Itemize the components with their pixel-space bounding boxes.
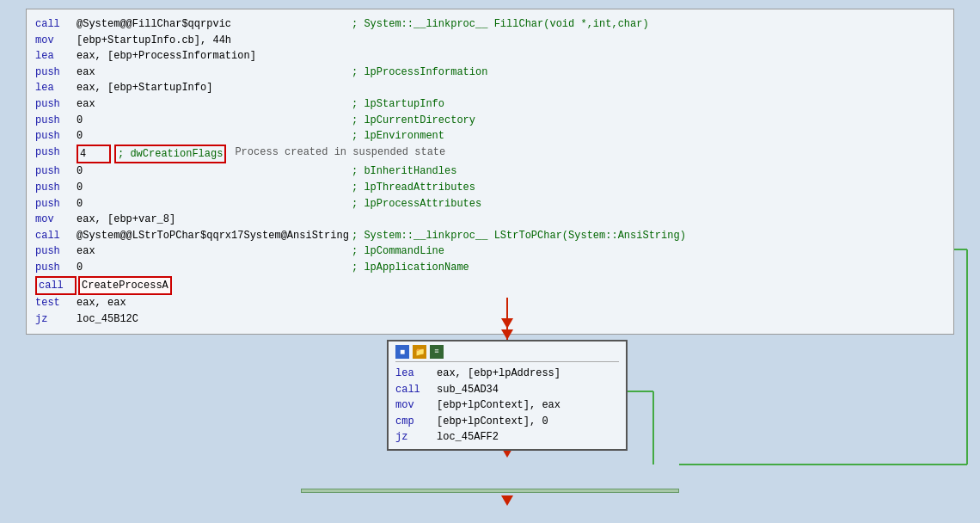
op-7: push <box>35 113 77 129</box>
op-18: test <box>35 295 77 311</box>
code-line-13: mov eax, [ebp+var_8] <box>35 212 945 228</box>
code-line-12: push 0 ; lpProcessAttributes <box>35 196 945 212</box>
arg2-16: ; lpApplicationName <box>352 260 469 276</box>
sub-arg-5: loc_45AFF2 <box>437 429 609 446</box>
arg1-3: eax, [ebp+ProcessInformation] <box>77 48 352 65</box>
code-line-8: push 0 ; lpEnvironment <box>35 128 945 145</box>
code-line-18: test eax, eax <box>35 295 945 311</box>
arg1-12: 0 <box>77 196 352 212</box>
arg2-14: ; System::__linkproc__ LStrToPChar(Syste… <box>352 228 686 244</box>
highlighted-arg-9: 4 <box>77 145 111 164</box>
bottom-green-bar <box>301 489 679 493</box>
code-line-17: call CreateProcessA <box>35 276 945 296</box>
sub-op-5: jz <box>395 429 437 446</box>
code-line-3: lea eax, [ebp+ProcessInformation] <box>35 48 945 65</box>
code-line-6: push eax ; lpStartupInfo <box>35 96 945 113</box>
op-2: mov <box>35 33 77 49</box>
bottom-arrow <box>501 495 513 506</box>
op-10: push <box>35 163 77 180</box>
op-11: push <box>35 180 77 196</box>
blue-icon: ■ <box>395 345 409 359</box>
arg1-7: 0 <box>77 113 352 129</box>
sub-arg-3: [ebp+lpContext], eax <box>437 397 609 414</box>
sub-line-1: lea eax, [ebp+lpAddress] <box>395 366 619 382</box>
arg1-6: eax <box>77 96 352 113</box>
arg2-11: ; lpThreadAttributes <box>352 180 475 196</box>
sub-op-1: lea <box>395 366 437 382</box>
arg1-2: [ebp+StartupInfo.cb], 44h <box>77 33 352 49</box>
arg1-14: @System@@LStrToPChar$qqrx17System@AnsiSt… <box>77 228 352 244</box>
sub-arg-4: [ebp+lpContext], 0 <box>437 414 609 430</box>
arg2-10: ; bInheritHandles <box>352 163 456 180</box>
code-line-16: push 0 ; lpApplicationName <box>35 260 945 276</box>
op-19: jz <box>35 311 77 328</box>
arg1-4: eax <box>77 65 352 81</box>
arg1-19: loc_45B12C <box>77 311 352 328</box>
arg1-5: eax, [ebp+StartupInfo] <box>77 80 352 96</box>
code-line-11: push 0 ; lpThreadAttributes <box>35 180 945 196</box>
op-16: push <box>35 260 77 276</box>
sub-arg-2: sub_45AD34 <box>437 382 609 398</box>
op-14: call <box>35 228 77 244</box>
sub-block-header: ■ 📁 ≡ <box>395 345 619 362</box>
op-13: mov <box>35 212 77 228</box>
arg1-10: 0 <box>77 163 352 180</box>
code-line-1: call @System@@FillChar$qqrpvic ; System:… <box>35 16 945 33</box>
sub-line-5: jz loc_45AFF2 <box>395 429 619 446</box>
code-line-19: jz loc_45B12C <box>35 311 945 328</box>
arg2-15: ; lpCommandLine <box>352 243 444 260</box>
arg1-15: eax <box>77 243 352 260</box>
sub-op-3: mov <box>395 397 437 414</box>
sub-op-2: call <box>395 382 437 398</box>
code-line-2: mov [ebp+StartupInfo.cb], 44h <box>35 33 945 49</box>
code-line-10: push 0 ; bInheritHandles <box>35 163 945 180</box>
code-line-4: push eax ; lpProcessInformation <box>35 65 945 81</box>
op-6: push <box>35 96 77 113</box>
arg1-18: eax, eax <box>77 295 352 311</box>
arg2-1: ; System::__linkproc__ FillChar(void *,i… <box>352 16 649 33</box>
code-line-5: lea eax, [ebp+StartupInfo] <box>35 80 945 96</box>
op-1: call <box>35 16 77 33</box>
arg1-8: 0 <box>77 128 352 145</box>
arg2-8: ; lpEnvironment <box>352 128 444 145</box>
arg2-6: ; lpStartupInfo <box>352 96 444 113</box>
op-4: push <box>35 65 77 81</box>
inline-comment-9: Process created in suspended state <box>235 145 445 164</box>
op-9: push <box>35 145 77 164</box>
code-line-7: push 0 ; lpCurrentDirectory <box>35 113 945 129</box>
highlighted-comment-9: ; dwCreationFlags <box>114 145 226 164</box>
list-icon: ≡ <box>430 345 444 359</box>
sub-arg-1: eax, [ebp+lpAddress] <box>437 366 609 382</box>
arg2-4: ; lpProcessInformation <box>352 65 487 81</box>
highlighted-arg-17: CreateProcessA <box>78 276 172 296</box>
arg2-12: ; lpProcessAttributes <box>352 196 481 212</box>
arg1-11: 0 <box>77 180 352 196</box>
op-5: lea <box>35 80 77 96</box>
arg1-16: 0 <box>77 260 352 276</box>
sub-code-block: ■ 📁 ≡ lea eax, [ebp+lpAddress] call sub_… <box>387 340 628 451</box>
code-line-9: push 4 ; dwCreationFlags Process created… <box>35 145 945 164</box>
main-code-block: call @System@@FillChar$qqrpvic ; System:… <box>26 9 954 335</box>
code-line-15: push eax ; lpCommandLine <box>35 243 945 260</box>
highlighted-op-17: call <box>35 276 77 296</box>
arg2-7: ; lpCurrentDirectory <box>352 113 475 129</box>
op-8: push <box>35 128 77 145</box>
arg1-13: eax, [ebp+var_8] <box>77 212 352 228</box>
op-15: push <box>35 243 77 260</box>
code-line-14: call @System@@LStrToPChar$qqrx17System@A… <box>35 228 945 244</box>
arg1-1: @System@@FillChar$qqrpvic <box>77 16 352 33</box>
op-12: push <box>35 196 77 212</box>
sub-op-4: cmp <box>395 414 437 430</box>
sub-line-3: mov [ebp+lpContext], eax <box>395 397 619 414</box>
op-3: lea <box>35 48 77 65</box>
sub-line-2: call sub_45AD34 <box>395 382 619 398</box>
folder-icon: 📁 <box>413 345 426 359</box>
sub-line-4: cmp [ebp+lpContext], 0 <box>395 414 619 430</box>
